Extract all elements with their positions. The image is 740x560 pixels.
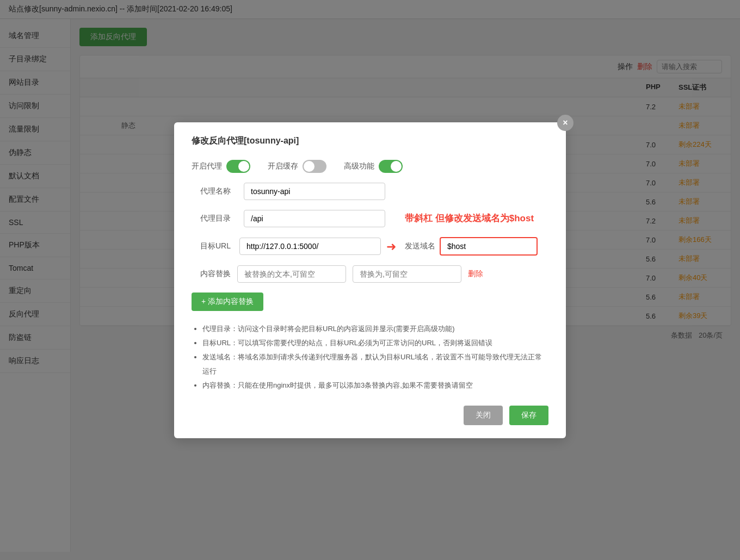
target-url-wrapper: ➜ (239, 238, 381, 255)
edit-proxy-modal: × 修改反向代理[tosunny-api] 开启代理 开启缓存 (174, 122, 566, 438)
info-item-4: 内容替换：只能在使用nginx时提供，最多可以添加3条替换内容,如果不需要替换请… (202, 378, 548, 393)
enable-cache-toggle[interactable] (303, 160, 326, 173)
proxy-dir-notice: 带斜杠 但修改发送域名为$host (405, 212, 534, 225)
proxy-dir-label: 代理目录 (192, 214, 231, 223)
enable-proxy-label: 开启代理 (192, 161, 222, 171)
send-domain-label: 发送域名 (405, 241, 435, 251)
enable-cache-label: 开启缓存 (268, 161, 298, 171)
toggle-group: 开启代理 开启缓存 高级功能 (192, 160, 403, 173)
arrow-icon: ➜ (386, 240, 396, 254)
modal-title: 修改反向代理[tosunny-api] (192, 135, 548, 147)
proxy-dir-row: 代理目录 带斜杠 但修改发送域名为$host (192, 210, 548, 227)
target-url-label: 目标URL (192, 241, 231, 251)
enable-proxy-toggle[interactable] (226, 160, 250, 173)
modal-footer: 关闭 保存 (192, 406, 548, 425)
info-item-3: 发送域名：将域名添加到请求头传递到代理服务器，默认为目标URL域名，若设置不当可… (202, 350, 548, 378)
add-replace-button[interactable]: + 添加内容替换 (192, 293, 263, 311)
save-button[interactable]: 保存 (509, 406, 548, 425)
info-item-2: 目标URL：可以填写你需要代理的站点，目标URL必须为可正常访问的URL，否则将… (202, 336, 548, 350)
advanced-toggle[interactable] (379, 160, 403, 173)
enable-proxy-toggle-item: 开启代理 (192, 160, 250, 173)
modal-close-button[interactable]: × (557, 115, 574, 131)
modal-overlay: × 修改反向代理[tosunny-api] 开启代理 开启缓存 (0, 0, 740, 560)
replace-to-input[interactable] (353, 265, 461, 283)
content-replace-label: 内容替换 (192, 269, 231, 279)
send-domain-input[interactable] (440, 237, 538, 256)
target-url-row: 目标URL ➜ 发送域名 (192, 237, 548, 256)
proxy-dir-input[interactable] (244, 210, 385, 227)
proxy-name-label: 代理名称 (192, 186, 231, 196)
close-button[interactable]: 关闭 (464, 406, 503, 425)
info-item-1: 代理目录：访问这个目录时将会把目标URL的内容返回并显示(需要开启高级功能) (202, 322, 548, 336)
target-url-input[interactable] (239, 238, 381, 255)
advanced-toggle-item: 高级功能 (344, 160, 403, 173)
advanced-label: 高级功能 (344, 161, 374, 171)
proxy-name-row: 代理名称 (192, 183, 548, 200)
enable-cache-slider[interactable] (303, 160, 326, 173)
content-replace-row: 内容替换 删除 (192, 265, 548, 283)
domain-group: 发送域名 (405, 237, 538, 256)
info-list: 代理目录：访问这个目录时将会把目标URL的内容返回并显示(需要开启高级功能) 目… (192, 322, 548, 393)
enable-cache-toggle-item: 开启缓存 (268, 160, 326, 173)
replace-delete-button[interactable]: 删除 (468, 269, 483, 279)
replace-from-input[interactable] (237, 265, 346, 283)
proxy-name-input[interactable] (244, 183, 385, 200)
toggles-row: 开启代理 开启缓存 高级功能 (192, 160, 548, 173)
enable-proxy-slider[interactable] (226, 160, 250, 173)
advanced-slider[interactable] (379, 160, 403, 173)
